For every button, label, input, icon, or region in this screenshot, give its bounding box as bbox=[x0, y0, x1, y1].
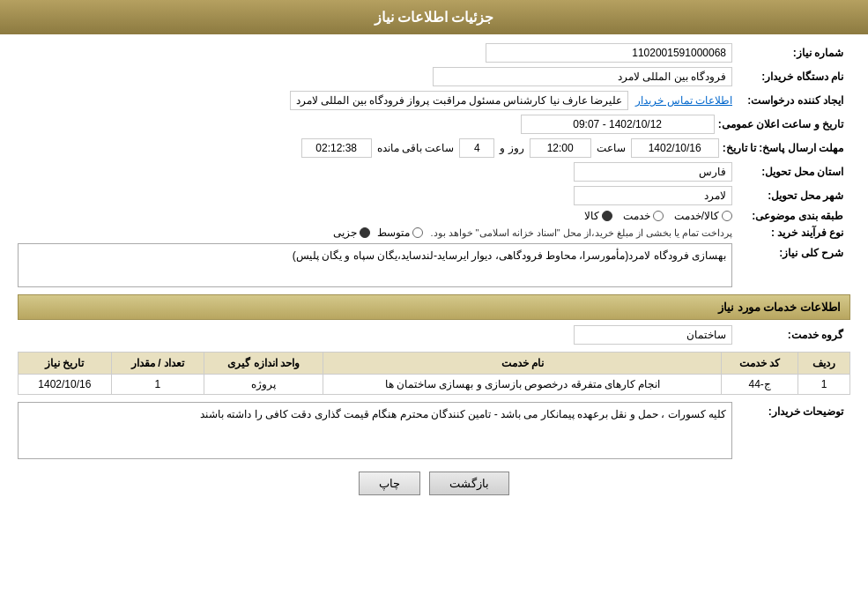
purchase-partial-radio[interactable] bbox=[360, 227, 370, 238]
services-table: ردیف کد خدمت نام خدمت واحد اندازه گیری ت… bbox=[18, 352, 850, 395]
service-group-row: گروه خدمت: ساختمان bbox=[18, 325, 850, 345]
content-area: شماره نیاز: 1102001591000068 نام دستگاه … bbox=[0, 34, 868, 516]
page-container: جزئیات اطلاعات نیاز شماره نیاز: 11020015… bbox=[0, 0, 868, 609]
response-date-value: 1402/10/16 bbox=[631, 138, 719, 158]
category-goods-option: کالا bbox=[584, 210, 612, 222]
creator-label: ایجاد کننده درخواست: bbox=[736, 94, 850, 107]
buyer-org-row: نام دستگاه خریدار: فرودگاه بین المللی لا… bbox=[18, 67, 850, 86]
buyer-notes-row: توضیحات خریدار: کلیه کسورات ، حمل و نقل … bbox=[18, 402, 850, 459]
buyer-org-value: فرودگاه بین المللی لامرد bbox=[433, 67, 732, 86]
category-service-radio[interactable] bbox=[653, 211, 664, 221]
response-remaining-label: ساعت باقی مانده bbox=[377, 142, 455, 154]
announce-date-row: تاریخ و ساعت اعلان عمومی: 1402/10/12 - 0… bbox=[18, 115, 850, 134]
col-row-num: ردیف bbox=[798, 353, 850, 375]
service-group-value: ساختمان bbox=[574, 325, 732, 345]
buyer-org-label: نام دستگاه خریدار: bbox=[736, 71, 850, 83]
purchase-type-label: نوع فرآیند خرید : bbox=[736, 227, 850, 239]
city-value: لامرد bbox=[574, 186, 732, 205]
col-service-code: کد خدمت bbox=[722, 353, 798, 375]
purchase-medium-radio[interactable] bbox=[412, 227, 423, 238]
category-goods-service-option: کالا/خدمت bbox=[674, 210, 732, 222]
purchase-medium-label: متوسط bbox=[377, 227, 410, 239]
creator-value: علیرضا عارف نیا کارشناس مسئول مراقبت پرو… bbox=[290, 91, 628, 110]
response-days-label: روز و bbox=[500, 142, 523, 154]
purchase-type-row: نوع فرآیند خرید : پرداخت تمام یا بخشی از… bbox=[18, 227, 850, 239]
print-button[interactable]: چاپ bbox=[359, 472, 420, 495]
col-quantity: تعداد / مقدار bbox=[111, 353, 204, 375]
announce-date-value: 1402/10/12 - 09:07 bbox=[521, 115, 715, 134]
need-number-value: 1102001591000068 bbox=[486, 43, 732, 63]
purchase-note-text: پرداخت تمام یا بخشی از مبلغ خرید،از محل … bbox=[430, 227, 732, 239]
cell-unit: پروژه bbox=[204, 375, 323, 395]
table-row: 1ج-44انجام کارهای متفرقه درخصوص بازسازی … bbox=[19, 375, 850, 395]
category-label: طبقه بندی موضوعی: bbox=[736, 210, 850, 222]
category-service-option: خدمت bbox=[623, 210, 664, 222]
response-days-value: 4 bbox=[459, 138, 494, 158]
category-radio-group: کالا/خدمت خدمت کالا bbox=[584, 210, 732, 222]
response-deadline-row: مهلت ارسال پاسخ: تا تاریخ: 1402/10/16 سا… bbox=[18, 138, 850, 158]
category-goods-label: کالا bbox=[584, 210, 599, 222]
cell-service_code: ج-44 bbox=[722, 375, 798, 395]
creator-contact-link[interactable]: اطلاعات تماس خریدار bbox=[635, 94, 732, 107]
cell-quantity: 1 bbox=[111, 375, 204, 395]
category-goods-service-label: کالا/خدمت bbox=[674, 210, 719, 222]
col-unit: واحد اندازه گیری bbox=[204, 353, 323, 375]
back-button[interactable]: بازگشت bbox=[429, 472, 509, 495]
city-label: شهر محل تحویل: bbox=[736, 189, 850, 202]
purchase-partial-option: جزیی bbox=[333, 227, 370, 239]
response-time-fields: 1402/10/16 ساعت 12:00 روز و 4 ساعت باقی … bbox=[301, 138, 719, 158]
cell-date: 1402/10/16 bbox=[19, 375, 112, 395]
response-time-value: 12:00 bbox=[530, 138, 591, 158]
cell-service_name: انجام کارهای متفرقه درخصوص بازسازی و بهس… bbox=[323, 375, 722, 395]
province-label: استان محل تحویل: bbox=[736, 166, 850, 178]
creator-row: ایجاد کننده درخواست: اطلاعات تماس خریدار… bbox=[18, 91, 850, 110]
category-service-label: خدمت bbox=[623, 210, 650, 222]
page-header: جزئیات اطلاعات نیاز bbox=[0, 0, 868, 34]
purchase-medium-option: متوسط bbox=[377, 227, 423, 239]
category-goods-service-radio[interactable] bbox=[722, 211, 732, 221]
category-row: طبقه بندی موضوعی: کالا/خدمت خدمت کالا bbox=[18, 210, 850, 222]
province-value: فارس bbox=[574, 162, 732, 182]
buttons-row: بازگشت چاپ bbox=[18, 472, 850, 495]
need-description-row: شرح کلی نیاز: بهسازی فرودگاه لامرد(مأمور… bbox=[18, 243, 850, 287]
purchase-type-options: پرداخت تمام یا بخشی از مبلغ خرید،از محل … bbox=[333, 227, 732, 239]
category-goods-radio[interactable] bbox=[602, 211, 612, 221]
response-deadline-label: مهلت ارسال پاسخ: تا تاریخ: bbox=[723, 142, 850, 154]
need-description-value: بهسازی فرودگاه لامرد(مأمورسرا، محاوط فرو… bbox=[18, 243, 732, 287]
need-number-row: شماره نیاز: 1102001591000068 bbox=[18, 43, 850, 63]
purchase-partial-label: جزیی bbox=[333, 227, 357, 239]
city-row: شهر محل تحویل: لامرد bbox=[18, 186, 850, 205]
service-group-label: گروه خدمت: bbox=[736, 329, 850, 341]
province-row: استان محل تحویل: فارس bbox=[18, 162, 850, 182]
need-description-label: شرح کلی نیاز: bbox=[736, 243, 850, 259]
services-section-header: اطلاعات خدمات مورد نیاز bbox=[18, 294, 850, 320]
col-date: تاریخ نیاز bbox=[19, 353, 112, 375]
need-number-label: شماره نیاز: bbox=[736, 47, 850, 59]
cell-row_num: 1 bbox=[798, 375, 850, 395]
page-title: جزئیات اطلاعات نیاز bbox=[375, 10, 494, 25]
buyer-notes-value: کلیه کسورات ، حمل و نقل برعهده پیمانکار … bbox=[18, 402, 732, 459]
response-remaining-value: 02:12:38 bbox=[301, 138, 372, 158]
announce-date-label: تاریخ و ساعت اعلان عمومی: bbox=[718, 118, 850, 130]
buyer-notes-label: توضیحات خریدار: bbox=[736, 402, 850, 418]
response-time-label: ساعت bbox=[597, 142, 626, 154]
col-service-name: نام خدمت bbox=[323, 353, 722, 375]
